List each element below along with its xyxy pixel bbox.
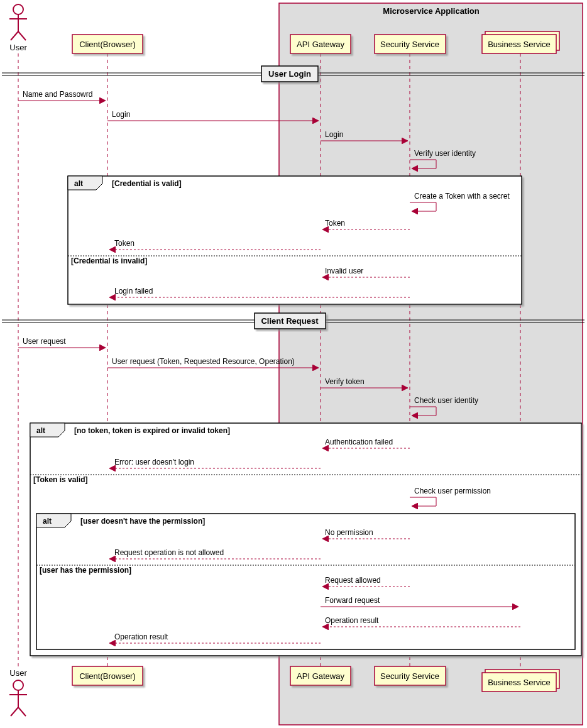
svg-line-3 xyxy=(11,31,18,40)
svg-point-31 xyxy=(13,680,23,690)
user-label-bottom: User xyxy=(9,668,27,678)
msg-create-token-label: Create a Token with a secret xyxy=(414,192,510,201)
security-participant-top: Security Service xyxy=(375,35,446,53)
user-label-top: User xyxy=(9,43,27,52)
msg-invalid-user-label: Invalid user xyxy=(325,267,363,275)
alt-guard-1b: [Credential is invalid] xyxy=(71,256,147,265)
gateway-participant-top: API Gateway xyxy=(290,35,351,53)
msg-forward-request-label: Forward request xyxy=(325,596,380,605)
client-label-top: Client(Browser) xyxy=(79,40,136,49)
msg-token-security-gateway-label: Token xyxy=(325,219,345,228)
business-participant-top: Business Service xyxy=(482,31,559,53)
alt-label-3: alt xyxy=(43,517,52,526)
msg-user-request-label: User request xyxy=(23,337,66,346)
msg-op-result-bg-label: Operation result xyxy=(325,616,379,625)
msg-login-client-gateway-label: Login xyxy=(112,110,130,119)
alt-guard-2a: [no token, token is expired or invalid t… xyxy=(74,426,230,435)
svg-line-34 xyxy=(11,707,18,716)
business-label-top: Business Service xyxy=(488,40,551,49)
gateway-label-bottom: API Gateway xyxy=(297,671,344,681)
msg-no-permission-label: No permission xyxy=(325,528,373,537)
alt-guard-2b: [Token is valid] xyxy=(33,475,87,484)
business-participant-bottom: Business Service xyxy=(482,670,559,692)
security-participant-bottom: Security Service xyxy=(375,666,446,685)
client-participant-bottom: Client(Browser) xyxy=(72,666,143,685)
msg-user-request-full-label: User request (Token, Requested Resource,… xyxy=(112,357,295,366)
user-actor-bottom: User xyxy=(9,668,27,716)
msg-login-gateway-security-label: Login xyxy=(325,130,343,139)
microservice-box-title: Microservice Application xyxy=(383,6,479,16)
svg-point-0 xyxy=(13,4,23,14)
alt-label-2: alt xyxy=(36,426,45,435)
security-label-bottom: Security Service xyxy=(380,671,439,681)
alt-guard-1a: [Credential is valid] xyxy=(112,179,182,188)
alt-label-1: alt xyxy=(74,179,83,188)
msg-verify-identity-label: Verify user identity xyxy=(414,149,476,158)
msg-check-permission-label: Check user permission xyxy=(414,487,491,495)
msg-request-allowed-label: Request allowed xyxy=(325,576,381,585)
business-label-bottom: Business Service xyxy=(488,678,551,687)
user-actor-top: User xyxy=(9,4,27,52)
client-participant-top: Client(Browser) xyxy=(72,35,143,53)
msg-auth-failed-label: Authentication failed xyxy=(325,438,393,446)
divider-request-label: Client Request xyxy=(261,316,319,326)
svg-line-4 xyxy=(18,31,26,40)
msg-verify-token-label: Verify token xyxy=(325,377,365,386)
alt-guard-3a: [user doesn't have the permission] xyxy=(80,517,205,526)
msg-op-result-client-label: Operation result xyxy=(114,632,168,641)
msg-check-identity-label: Check user identity xyxy=(414,396,478,405)
svg-line-35 xyxy=(18,707,26,716)
client-label-bottom: Client(Browser) xyxy=(79,671,136,681)
divider-login-label: User Login xyxy=(268,69,311,79)
security-label-top: Security Service xyxy=(380,40,439,49)
sequence-diagram: Microservice Application User Client(Bro… xyxy=(0,0,587,728)
msg-token-gateway-client-label: Token xyxy=(114,239,134,248)
msg-login-failed-label: Login failed xyxy=(114,287,153,295)
alt-guard-3b: [user has the permission] xyxy=(40,566,131,575)
gateway-label-top: API Gateway xyxy=(297,40,344,49)
msg-error-not-login-label: Error: user doesn't login xyxy=(114,458,194,466)
alt-frame-permission: alt [user doesn't have the permission] xyxy=(36,514,575,649)
svg-rect-30 xyxy=(36,514,575,649)
gateway-participant-bottom: API Gateway xyxy=(290,666,351,685)
msg-not-allowed-label: Request operation is not allowed xyxy=(114,548,224,557)
msg-name-password-label: Name and Passowrd xyxy=(23,90,92,99)
